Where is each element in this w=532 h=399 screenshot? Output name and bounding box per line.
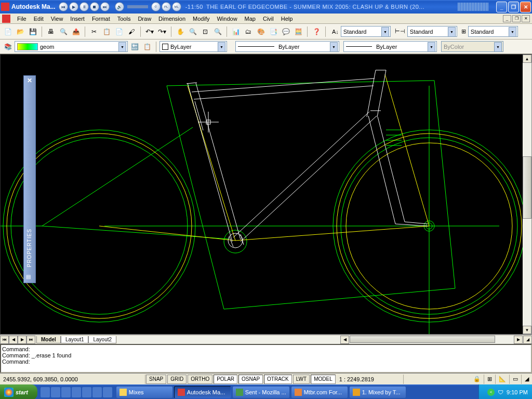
menu-help[interactable]: Help (277, 15, 297, 23)
dim-style-dropdown[interactable]: Standard (407, 26, 457, 37)
hscroll-left-icon[interactable]: ◀ (340, 336, 349, 344)
tray-expand-icon[interactable]: < (487, 389, 495, 396)
scroll-down-icon[interactable]: ▼ (523, 326, 531, 334)
tab-next-icon[interactable]: ▶ (18, 336, 26, 344)
calc-icon[interactable]: 🧮 (292, 26, 304, 37)
media-stop-icon[interactable]: ⏹ (90, 2, 99, 11)
menu-file[interactable]: File (14, 15, 30, 23)
dc-icon[interactable]: 🗂 (243, 26, 254, 37)
tab-layout1[interactable]: Layout1 (61, 336, 89, 343)
command-window[interactable]: Command: Command: _.erase 1 found Comman… (0, 344, 532, 373)
menu-map[interactable]: Map (241, 15, 259, 23)
vscroll-thumb[interactable] (523, 156, 531, 219)
media-pause-icon[interactable]: ⏸ (79, 2, 89, 11)
doc-icon[interactable] (2, 15, 10, 23)
mdi-restore-button[interactable]: ❐ (512, 15, 521, 22)
toggle-ortho[interactable]: ORTHO (188, 375, 212, 384)
status-icon4[interactable]: ▭ (510, 375, 522, 384)
color-dropdown[interactable]: ByLayer (159, 41, 227, 52)
drawing-canvas[interactable]: ✕ PROPERTIES ▤ ▲ ▼ (0, 54, 532, 335)
menu-draw[interactable]: Draw (134, 15, 155, 23)
properties-expand-icon[interactable]: ▤ (26, 274, 31, 280)
undo-icon[interactable]: ↶▾ (144, 26, 155, 37)
plotstyle-dropdown[interactable]: ByColor (441, 41, 503, 52)
menu-tools[interactable]: Tools (114, 15, 135, 23)
toggle-otrack[interactable]: OTRACK (264, 375, 292, 384)
paste-icon[interactable]: 📄 (113, 26, 125, 37)
lineweight-dropdown[interactable]: ByLayer (343, 41, 437, 52)
menu-dimension[interactable]: Dimension (155, 15, 189, 23)
properties-close-icon[interactable]: ✕ (24, 77, 35, 86)
zoom-win-icon[interactable]: ⊡ (200, 26, 211, 37)
ssm-icon[interactable]: 📑 (268, 26, 279, 37)
ql-icon6[interactable] (92, 387, 102, 397)
menu-view[interactable]: View (47, 15, 67, 23)
media-prev-icon[interactable]: ⏮ (59, 2, 68, 11)
ql-icon3[interactable] (61, 387, 71, 397)
ql-icon1[interactable] (41, 387, 50, 397)
ql-icon7[interactable] (103, 387, 112, 397)
status-icon2[interactable]: ⊞ (484, 375, 496, 384)
menu-modify[interactable]: Modify (189, 15, 213, 23)
menu-edit[interactable]: Edit (30, 15, 47, 23)
ql-icon2[interactable] (51, 387, 60, 397)
toggle-osnap[interactable]: OSNAP (238, 375, 263, 384)
tab-layout2[interactable]: Layout2 (88, 336, 116, 343)
tab-first-icon[interactable]: ⏮ (0, 336, 9, 344)
menu-civil[interactable]: Civil (259, 15, 277, 23)
toggle-snap[interactable]: SNAP (146, 375, 166, 384)
match-icon[interactable]: 🖌 (126, 26, 137, 37)
toggle-model[interactable]: MODEL (311, 375, 336, 384)
help-icon[interactable]: ❓ (311, 26, 322, 37)
media-opt1-icon[interactable]: © (151, 2, 161, 11)
zoom-rt-icon[interactable]: 🔍 (187, 26, 198, 37)
media-opt3-icon[interactable]: ML (172, 2, 181, 11)
ql-icon5[interactable] (82, 387, 91, 397)
media-vol-icon[interactable]: 🔊 (115, 2, 124, 11)
preview-icon[interactable]: 🔍 (58, 26, 69, 37)
tab-prev-icon[interactable]: ◀ (9, 336, 18, 344)
tray-shield-icon[interactable]: 🛡 (498, 389, 503, 395)
hscroll-right-icon[interactable]: ▶ (514, 336, 523, 344)
status-icon3[interactable]: 📐 (496, 375, 510, 384)
menu-insert[interactable]: Insert (66, 15, 88, 23)
taskbar-item-mixed[interactable]: 1. Mixed by T... (349, 386, 406, 398)
tab-last-icon[interactable]: ⏭ (26, 336, 35, 344)
redo-icon[interactable]: ↷▾ (156, 26, 168, 37)
linetype-dropdown[interactable]: ByLayer (235, 41, 339, 52)
open-icon[interactable]: 📂 (15, 26, 26, 37)
taskbar-item-mixes[interactable]: Mixes (116, 386, 173, 398)
menu-format[interactable]: Format (88, 15, 114, 23)
vertical-scrollbar[interactable]: ▲ ▼ (523, 55, 531, 334)
new-icon[interactable]: 📄 (2, 26, 14, 37)
maximize-button[interactable]: ❐ (508, 2, 519, 12)
minimize-button[interactable]: _ (496, 2, 507, 12)
taskbar-item-sent[interactable]: Sent - Mozilla ... (232, 386, 290, 398)
layer-prev-icon[interactable]: 🔙 (129, 41, 140, 52)
layer-manager-icon[interactable]: 📚 (2, 41, 14, 52)
status-icon1[interactable]: 🔒 (470, 375, 484, 384)
properties-panel[interactable]: ✕ PROPERTIES ▤ (23, 75, 36, 283)
media-opt2-icon[interactable]: PL (162, 2, 171, 11)
mdi-close-button[interactable]: ✕ (522, 15, 530, 22)
copy-icon[interactable]: 📋 (101, 26, 112, 37)
props-icon[interactable]: 📊 (230, 26, 242, 37)
toggle-lwt[interactable]: LWT (293, 375, 310, 384)
markup-icon[interactable]: 💬 (280, 26, 291, 37)
layer-dropdown[interactable]: geom (15, 41, 128, 52)
toggle-polar[interactable]: POLAR (214, 375, 237, 384)
close-button[interactable]: ✕ (520, 2, 531, 12)
menu-window[interactable]: Window (213, 15, 241, 23)
media-play-icon[interactable]: ▶ (69, 2, 78, 11)
print-icon[interactable]: 🖶 (45, 26, 57, 37)
clock[interactable]: 9:10 PM (507, 389, 528, 395)
publish-icon[interactable]: 📤 (70, 26, 82, 37)
hscroll-thumb[interactable] (350, 336, 495, 343)
hscroll-track[interactable]: ◀ ▶ (117, 336, 523, 344)
taskbar-item-mtbr[interactable]: Mtbr.com For... (291, 386, 348, 398)
taskbar-item-autodesk[interactable]: Autodesk Ma... (174, 386, 231, 398)
table-style-dropdown[interactable]: Standard (468, 26, 518, 37)
tab-model[interactable]: Model (36, 336, 61, 343)
mdi-minimize-button[interactable]: _ (503, 15, 511, 22)
cut-icon[interactable]: ✂ (88, 26, 100, 37)
